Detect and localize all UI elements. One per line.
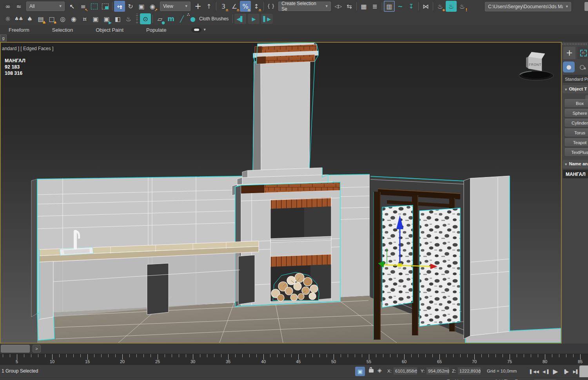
building-foliage-icon[interactable]: ▤♣ — [35, 13, 46, 24]
lightbulb-icon[interactable]: ¤ — [79, 13, 90, 24]
toggle-layer-explorer-icon[interactable]: ≣ — [369, 1, 380, 12]
reference-coordinate-dropdown[interactable]: View ▼ — [160, 2, 191, 11]
separator[interactable] — [356, 2, 357, 11]
object-type-textplus-button[interactable]: TextPlus — [564, 148, 588, 157]
schematic-view-icon[interactable]: ⋈ — [420, 1, 431, 12]
roller-tool-icon[interactable]: ╱ — [176, 13, 187, 24]
separator[interactable] — [418, 2, 419, 11]
shapes-icon[interactable]: ▱● — [154, 13, 165, 24]
object-name-field[interactable]: МАНГАЛ — [563, 170, 588, 178]
door-tree-icon[interactable]: □♠ — [46, 13, 57, 24]
object-type-teapot-button[interactable]: Teapot — [564, 138, 588, 147]
select-object-icon[interactable]: ↖ — [67, 1, 78, 12]
viewport-panel-icon[interactable]: ▣ — [90, 13, 101, 24]
previous-frame-button[interactable]: ◀▐ — [541, 367, 550, 376]
cloth-step-forward-button[interactable]: ▌▶ — [261, 14, 273, 24]
panel-drag-handle[interactable] — [563, 43, 587, 45]
perspective-viewport[interactable]: FRONT andard ] [ Edged Faces ] МАНГАЛ 92… — [0, 42, 562, 344]
tab-modify[interactable]: ∩ — [577, 47, 588, 59]
clipped-toolbar-button[interactable] — [584, 2, 588, 11]
bind-to-space-warp-icon[interactable]: ≈ — [13, 1, 24, 12]
named-selection-sets-dropdown[interactable]: Create Selection Se ▼ — [278, 2, 331, 11]
viewport-shading-label[interactable]: andard ] [ Edged Faces ] — [2, 46, 53, 51]
ruler-tick — [369, 354, 369, 360]
viewcube[interactable]: FRONT — [519, 52, 554, 80]
teapot-viewport-icon[interactable]: ♨ — [123, 13, 134, 24]
select-and-move-button[interactable]: ↔↕ — [114, 1, 125, 12]
toggle-ribbon-button[interactable]: ▥ — [384, 1, 395, 12]
separator[interactable] — [263, 2, 264, 11]
render-production-icon[interactable]: ♨! — [457, 1, 468, 12]
project-folder-field[interactable]: C:\Users\Sergey\Documents\3ds Max 2022 ▼ — [485, 2, 571, 11]
primitive-category-dropdown[interactable]: Standard Pri — [563, 75, 588, 83]
select-and-manipulate-icon[interactable]: ↑ — [203, 1, 214, 12]
separator[interactable] — [216, 2, 216, 11]
ribbon-tab-populate[interactable]: Populate — [146, 27, 166, 33]
separator[interactable] — [136, 14, 138, 24]
spray-brush-icon[interactable]: ●∴ — [187, 13, 198, 24]
next-frame-button[interactable]: ▐▶ — [561, 367, 570, 376]
selection-filter-dropdown[interactable]: All ▼ — [26, 2, 65, 11]
trees-icon[interactable]: ♣♣ — [13, 13, 24, 24]
spinner-snap-icon[interactable]: ↕∩ — [251, 1, 262, 12]
rendered-frame-window-icon[interactable]: ♨ — [446, 1, 457, 12]
tab-create[interactable]: + — [563, 47, 575, 59]
track-bar[interactable]: 510152025303540455055606570758085 — [0, 354, 588, 365]
sun-icon[interactable]: ☼ — [2, 13, 13, 24]
toggle-scene-explorer-icon[interactable]: ▦ — [358, 1, 369, 12]
ribbon-tab-selection[interactable]: Selection — [52, 27, 73, 33]
select-and-rotate-button[interactable]: ↻ — [125, 1, 136, 12]
ring-icon[interactable]: ◎ — [57, 13, 68, 24]
rollout-name-and-color[interactable]: ▼Name an — [563, 160, 588, 168]
rectangular-selection-region-icon[interactable] — [89, 1, 100, 12]
category-shapes-button[interactable]: ○ ▪ — [576, 62, 588, 72]
dock-ribbon-icon[interactable]: ↧ — [406, 1, 417, 12]
object-type-cylinder-button[interactable]: Cylinder — [564, 119, 588, 127]
cloth-preview-icon[interactable]: ⊙ — [140, 13, 151, 24]
viewport-play-icon[interactable]: ▣▶ — [101, 13, 112, 24]
object-type-box-button[interactable]: Box — [564, 99, 588, 108]
percent-snap-icon[interactable]: %∩ — [240, 1, 251, 12]
play-button[interactable]: ▶ — [550, 367, 561, 376]
time-slider-handle[interactable] — [1, 345, 30, 353]
track-bar-frame-label: 5 — [16, 359, 18, 364]
viewport-split-icon[interactable]: ◧ — [112, 13, 123, 24]
mirror-icon[interactable]: ◁▷ — [333, 1, 344, 12]
rollout-object-type[interactable]: ▼Object T — [563, 85, 588, 93]
ribbon-overflow-button[interactable] — [191, 27, 201, 33]
separator[interactable] — [433, 2, 433, 11]
layered-disc-icon[interactable]: ◉ — [68, 13, 79, 24]
select-and-scale-button[interactable]: ▣ — [136, 1, 147, 12]
window-crossing-icon[interactable] — [100, 1, 111, 12]
separator[interactable] — [112, 2, 113, 11]
viewport-navigation-partial[interactable] — [579, 366, 588, 379]
separator[interactable] — [152, 14, 153, 23]
ribbon-tab-object-paint[interactable]: Object Paint — [96, 27, 123, 33]
category-geometry-button[interactable]: ● — [563, 62, 575, 72]
angle-snap-icon[interactable]: ∠∩ — [229, 1, 240, 12]
object-type-sphere-button[interactable]: Sphere — [564, 109, 588, 118]
snaps-toggle-icon[interactable]: 3∩ — [218, 1, 229, 12]
cloth-shirt-icon[interactable]: m — [165, 13, 176, 24]
render-setup-icon[interactable]: ♨∗ — [435, 1, 446, 12]
pine-tree-icon[interactable]: ♠ — [24, 13, 35, 24]
edit-named-selection-sets-icon[interactable]: { } — [265, 1, 276, 12]
viewcube-front-label[interactable]: FRONT — [529, 63, 541, 67]
select-and-link-icon[interactable]: ∞ — [2, 1, 13, 12]
curve-editor-icon[interactable]: ~ — [395, 1, 406, 12]
ribbon-tab-freeform[interactable]: Freeform — [9, 27, 29, 33]
ruler-tick — [242, 354, 243, 357]
separator[interactable] — [382, 2, 382, 11]
go-to-start-button[interactable]: ▌◀◀ — [530, 367, 539, 376]
next-key-button[interactable]: > — [33, 345, 41, 353]
scene-right-pillar[interactable] — [464, 176, 510, 339]
select-by-name-icon[interactable]: ≡↖ — [78, 1, 89, 12]
object-type-torus-button[interactable]: Torus — [564, 128, 588, 137]
ruler-tick — [298, 354, 299, 360]
cloth-play-button[interactable]: ▶ — [248, 14, 260, 24]
align-icon[interactable]: ⇆ — [344, 1, 355, 12]
ruler-tick — [397, 354, 397, 357]
cloth-step-back-button[interactable]: ◀▌ — [234, 14, 246, 24]
select-and-place-button[interactable]: ◉↗ — [147, 1, 158, 12]
use-pivot-center-icon[interactable]: + — [192, 1, 203, 12]
